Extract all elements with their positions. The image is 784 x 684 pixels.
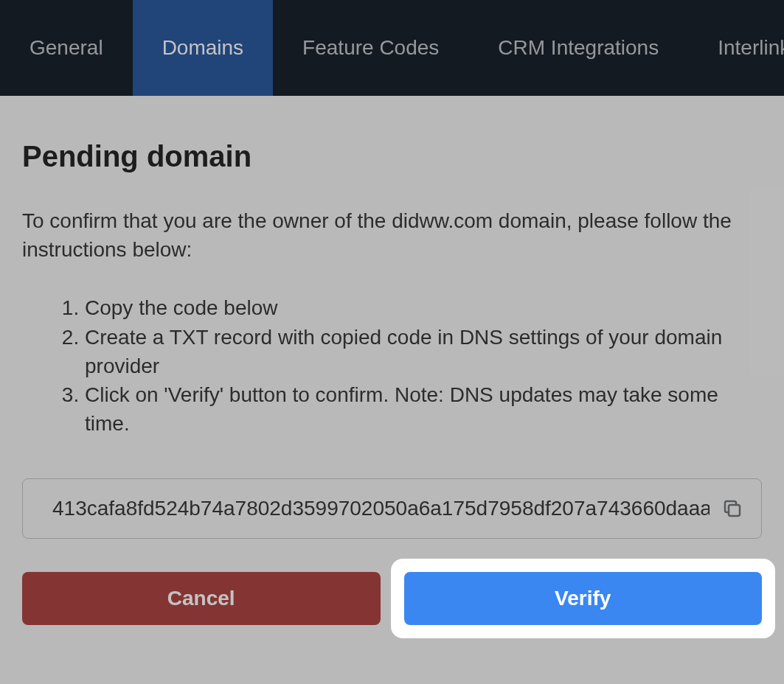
cancel-button[interactable]: Cancel <box>22 572 381 625</box>
page-title: Pending domain <box>22 140 762 173</box>
step-item: Copy the code below <box>85 293 762 322</box>
steps-list: Copy the code below Create a TXT record … <box>22 293 762 438</box>
tab-bar: General Domains Feature Codes CRM Integr… <box>0 0 784 96</box>
tab-crm-integrations[interactable]: CRM Integrations <box>468 0 688 96</box>
verify-highlight: Verify <box>391 559 776 638</box>
tab-domains[interactable]: Domains <box>133 0 273 96</box>
intro-text: To confirm that you are the owner of the… <box>22 206 762 264</box>
tab-interlinking[interactable]: Interlinking <box>688 0 784 96</box>
verification-code[interactable]: 413cafa8fd524b74a7802d3599702050a6a175d7… <box>52 497 710 520</box>
tab-feature-codes[interactable]: Feature Codes <box>273 0 468 96</box>
copy-icon[interactable] <box>721 498 743 520</box>
verification-code-box: 413cafa8fd524b74a7802d3599702050a6a175d7… <box>22 478 762 539</box>
step-item: Create a TXT record with copied code in … <box>85 323 762 380</box>
verify-button[interactable]: Verify <box>404 572 763 625</box>
step-item: Click on 'Verify' button to confirm. Not… <box>85 380 762 438</box>
tab-general[interactable]: General <box>0 0 133 96</box>
svg-rect-0 <box>729 505 740 516</box>
